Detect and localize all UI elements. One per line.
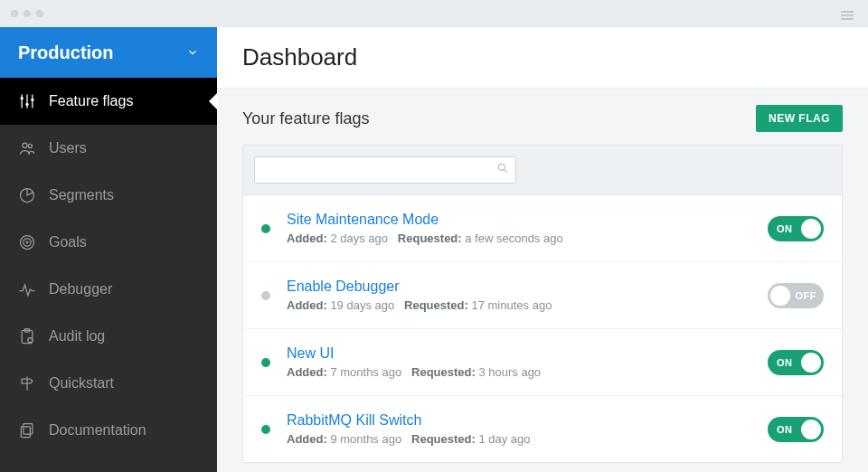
status-dot [261, 425, 270, 434]
flag-meta: Added: 9 months ago Requested: 1 day ago [287, 432, 751, 446]
sidebar-item-label: Segments [49, 187, 114, 203]
svg-point-14 [28, 338, 33, 343]
sidebar-item-label: Users [49, 140, 87, 156]
flag-meta: Added: 2 days ago Requested: a few secon… [287, 231, 751, 245]
sidebar-item-label: Goals [49, 234, 87, 250]
toggle-label: ON [777, 223, 793, 234]
signpost-icon [18, 374, 36, 392]
sidebar-item-debugger[interactable]: Debugger [0, 266, 217, 313]
page-header: Dashboard [217, 27, 868, 89]
svg-point-11 [26, 241, 28, 243]
main-content: Dashboard Your feature flags NEW FLAG Si… [217, 27, 868, 472]
users-icon [18, 139, 36, 157]
flag-meta: Added: 19 days ago Requested: 17 minutes… [287, 298, 751, 312]
svg-point-4 [25, 103, 28, 106]
flag-toggle[interactable]: ON [768, 216, 824, 241]
flag-row: New UIAdded: 7 months ago Requested: 3 h… [243, 329, 842, 396]
browser-chrome [0, 0, 868, 27]
sidebar-item-goals[interactable]: Goals [0, 219, 217, 266]
svg-point-6 [23, 143, 27, 147]
chevron-down-icon [186, 42, 199, 63]
sidebar-item-label: Debugger [49, 281, 112, 297]
svg-point-18 [498, 164, 505, 170]
page-title: Dashboard [242, 43, 843, 71]
toggle-knob [801, 420, 821, 439]
environment-selector[interactable]: Production [0, 27, 217, 78]
section-header: Your feature flags NEW FLAG [242, 105, 843, 132]
svg-rect-16 [24, 424, 33, 435]
toggle-label: ON [777, 424, 793, 435]
search-icon [496, 162, 509, 178]
status-dot [261, 358, 270, 367]
toggle-knob [801, 219, 821, 239]
content-area: Your feature flags NEW FLAG Site Mainten… [217, 89, 868, 472]
sidebar-item-segments[interactable]: Segments [0, 172, 217, 219]
toggle-label: OFF [796, 290, 817, 301]
svg-point-5 [31, 99, 33, 101]
copy-icon [18, 421, 36, 439]
sidebar-item-label: Feature flags [49, 93, 133, 109]
sliders-icon [18, 92, 36, 110]
svg-point-10 [24, 239, 31, 246]
window-dot [24, 10, 31, 17]
window-dot [11, 10, 18, 17]
sidebar-item-users[interactable]: Users [0, 125, 217, 172]
flag-body: Site Maintenance ModeAdded: 2 days ago R… [287, 212, 751, 245]
flags-card: Site Maintenance ModeAdded: 2 days ago R… [242, 145, 843, 463]
flag-name-link[interactable]: Enable Debugger [287, 278, 751, 295]
sidebar-item-feature-flags[interactable]: Feature flags [0, 78, 217, 125]
sidebar-item-audit-log[interactable]: Audit log [0, 313, 217, 360]
status-dot [261, 291, 270, 300]
flag-toggle[interactable]: OFF [768, 283, 824, 308]
sidebar-item-label: Quickstart [49, 375, 114, 392]
svg-line-19 [505, 170, 507, 173]
pie-icon [18, 186, 36, 204]
clipboard-icon [18, 327, 36, 345]
svg-point-7 [28, 144, 32, 147]
window-dot [36, 10, 43, 17]
sidebar: Production Feature flags Users Segments [0, 27, 217, 472]
flag-body: RabbitMQ Kill SwitchAdded: 9 months ago … [287, 412, 751, 446]
sidebar-item-documentation[interactable]: Documentation [0, 407, 217, 454]
flag-row: Site Maintenance ModeAdded: 2 days ago R… [243, 195, 842, 262]
environment-label: Production [18, 42, 114, 63]
flag-row: Enable DebuggerAdded: 19 days ago Reques… [243, 262, 842, 329]
flag-row: RabbitMQ Kill SwitchAdded: 9 months ago … [243, 396, 842, 462]
flag-body: Enable DebuggerAdded: 19 days ago Reques… [287, 278, 751, 312]
sidebar-item-label: Documentation [49, 422, 146, 439]
toggle-knob [801, 353, 821, 373]
hamburger-icon[interactable] [841, 9, 854, 22]
flag-list: Site Maintenance ModeAdded: 2 days ago R… [243, 195, 842, 462]
toggle-knob [770, 286, 790, 306]
search-input[interactable] [254, 156, 516, 184]
search-bar [243, 146, 842, 195]
sidebar-item-quickstart[interactable]: Quickstart [0, 360, 217, 407]
flag-body: New UIAdded: 7 months ago Requested: 3 h… [287, 345, 751, 379]
flag-name-link[interactable]: New UI [287, 345, 751, 362]
status-dot [261, 224, 270, 233]
flag-toggle[interactable]: ON [768, 417, 824, 442]
svg-rect-17 [21, 427, 30, 438]
svg-point-3 [21, 97, 24, 99]
flag-toggle[interactable]: ON [768, 350, 824, 375]
sidebar-item-label: Audit log [49, 328, 105, 345]
flag-name-link[interactable]: Site Maintenance Mode [287, 212, 751, 228]
flag-name-link[interactable]: RabbitMQ Kill Switch [287, 412, 751, 429]
target-icon [18, 233, 36, 251]
pulse-icon [18, 280, 36, 298]
svg-point-9 [21, 236, 34, 250]
new-flag-button[interactable]: NEW FLAG [756, 105, 843, 132]
window-dots [11, 10, 43, 17]
toggle-label: ON [777, 357, 793, 368]
section-title: Your feature flags [242, 109, 369, 128]
flag-meta: Added: 7 months ago Requested: 3 hours a… [287, 365, 751, 379]
